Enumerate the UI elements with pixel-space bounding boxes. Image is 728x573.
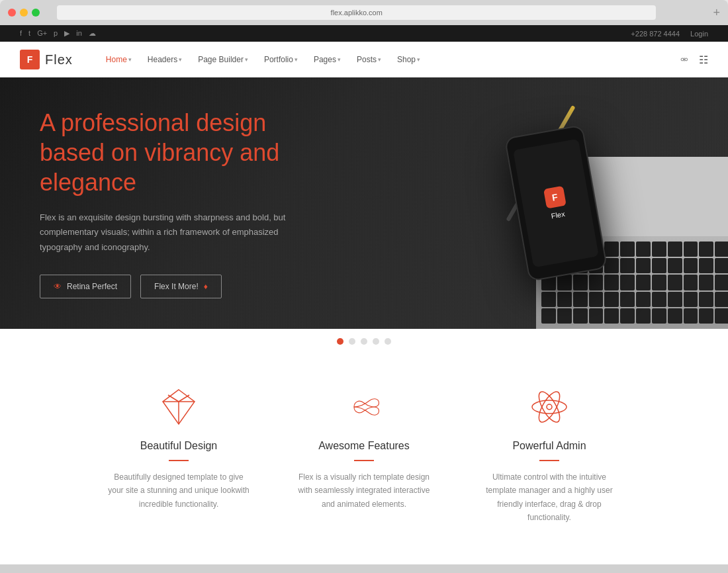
key bbox=[620, 308, 635, 324]
key bbox=[541, 308, 556, 324]
hero-description: Flex is an exquisite design bursting wit… bbox=[40, 210, 304, 254]
nav-pagebuilder-chevron: ▾ bbox=[245, 56, 248, 63]
slider-dot-2[interactable] bbox=[349, 338, 355, 345]
top-bar-social: f t G+ p ▶ in ☁ bbox=[20, 29, 96, 38]
browser-minimize-dot[interactable] bbox=[20, 9, 28, 17]
key bbox=[604, 275, 619, 290]
browser-window: flex.aplikko.com + bbox=[0, 0, 728, 25]
nav-shop-chevron: ▾ bbox=[417, 56, 420, 63]
nav-item-pages[interactable]: Pages ▾ bbox=[307, 51, 347, 68]
key bbox=[652, 258, 666, 273]
social-pinterest-icon[interactable]: p bbox=[54, 29, 58, 38]
key bbox=[541, 292, 556, 307]
phone-logo-letter: F bbox=[551, 192, 559, 203]
nav-headers-chevron: ▾ bbox=[179, 56, 182, 63]
social-twitter-icon[interactable]: t bbox=[28, 29, 30, 38]
social-linkedin-icon[interactable]: in bbox=[76, 29, 82, 38]
nav-portfolio-label: Portfolio bbox=[264, 55, 293, 64]
browser-url: flex.aplikko.com bbox=[331, 9, 383, 17]
hero-buttons: 👁 Retina Perfect Flex It More! ♦ bbox=[40, 275, 304, 298]
social-skype-icon[interactable]: ☁ bbox=[89, 29, 96, 38]
search-icon[interactable]: ⚮ bbox=[680, 54, 688, 65]
nav-item-posts[interactable]: Posts ▾ bbox=[350, 51, 388, 68]
key bbox=[668, 275, 682, 290]
key bbox=[589, 275, 604, 290]
nav-item-portfolio[interactable]: Portfolio ▾ bbox=[257, 51, 304, 68]
key bbox=[668, 242, 682, 257]
infinity-icon bbox=[344, 387, 384, 427]
key bbox=[715, 275, 728, 290]
key bbox=[715, 292, 728, 307]
key bbox=[557, 275, 572, 290]
key bbox=[557, 308, 572, 324]
slider-dot-5[interactable] bbox=[385, 338, 391, 345]
browser-new-tab[interactable]: + bbox=[713, 7, 720, 19]
key bbox=[699, 242, 713, 257]
cart-icon[interactable]: ☷ bbox=[699, 54, 708, 66]
key bbox=[668, 258, 682, 273]
diamond-icon bbox=[159, 387, 199, 427]
key bbox=[604, 292, 619, 307]
feature-3-desc: Ultimate control with the intuitive temp… bbox=[477, 470, 622, 525]
top-bar-right: +228 872 4444 Login bbox=[631, 30, 708, 38]
key bbox=[652, 242, 666, 257]
hero-section: F Flex A professional design based on vi… bbox=[0, 77, 728, 329]
hero-content: A professional design based on vibrancy … bbox=[0, 108, 344, 298]
nav-home-chevron: ▾ bbox=[128, 56, 132, 63]
nav-shop-label: Shop bbox=[397, 55, 416, 64]
nav-item-pagebuilder[interactable]: Page Builder ▾ bbox=[191, 51, 255, 68]
nav-links: Home ▾ Headers ▾ Page Builder ▾ Portfoli… bbox=[99, 51, 680, 68]
logo-text: Flex bbox=[45, 52, 73, 67]
retina-perfect-button[interactable]: 👁 Retina Perfect bbox=[40, 275, 131, 298]
phone-logo-text: Flex bbox=[551, 210, 566, 220]
slider-dot-3[interactable] bbox=[361, 338, 367, 345]
slider-dots bbox=[0, 329, 728, 354]
social-facebook-icon[interactable]: f bbox=[20, 29, 22, 38]
key bbox=[620, 292, 635, 307]
nav-posts-label: Posts bbox=[357, 55, 377, 64]
key bbox=[589, 292, 604, 307]
browser-address-bar[interactable]: flex.aplikko.com bbox=[57, 5, 656, 20]
browser-maximize-dot[interactable] bbox=[32, 9, 40, 17]
feature-1-title: Beautiful Design bbox=[106, 440, 251, 452]
svg-point-1 bbox=[547, 404, 552, 410]
key bbox=[604, 308, 619, 324]
feature-3-title: Powerful Admin bbox=[477, 440, 622, 452]
social-youtube-icon[interactable]: ▶ bbox=[64, 29, 69, 38]
feature-powerful-admin: Powerful Admin Ultimate control with the… bbox=[457, 387, 642, 525]
key bbox=[715, 308, 728, 324]
nav-item-shop[interactable]: Shop ▾ bbox=[390, 51, 427, 68]
key bbox=[573, 275, 588, 290]
key bbox=[604, 242, 619, 257]
nav-home-label: Home bbox=[106, 55, 127, 64]
phone-screen: F Flex bbox=[513, 139, 599, 268]
logo-letter: F bbox=[27, 54, 33, 65]
site-logo[interactable]: F Flex bbox=[20, 50, 73, 69]
feature-2-desc: Flex is a visually rich template design … bbox=[291, 470, 437, 511]
key bbox=[699, 308, 713, 324]
key bbox=[715, 242, 728, 257]
key bbox=[589, 308, 604, 324]
social-google-icon[interactable]: G+ bbox=[37, 29, 47, 38]
feature-beautiful-design: Beautiful Design Beautifully designed te… bbox=[86, 387, 271, 525]
nav-item-headers[interactable]: Headers ▾ bbox=[141, 51, 189, 68]
slider-dot-1[interactable] bbox=[337, 338, 343, 345]
navbar: F Flex Home ▾ Headers ▾ Page Builder ▾ P… bbox=[0, 42, 728, 77]
browser-close-dot[interactable] bbox=[8, 9, 16, 17]
flex-more-button[interactable]: Flex It More! ♦ bbox=[140, 275, 222, 298]
diamond-btn-icon: ♦ bbox=[204, 282, 208, 291]
key bbox=[636, 258, 651, 273]
slider-dot-4[interactable] bbox=[373, 338, 379, 345]
website-content: f t G+ p ▶ in ☁ +228 872 4444 Login F Fl… bbox=[0, 25, 728, 573]
key bbox=[620, 258, 635, 273]
key bbox=[668, 292, 682, 307]
phone-logo-icon: F bbox=[543, 186, 567, 209]
atom-icon bbox=[529, 387, 569, 427]
top-bar-login-link[interactable]: Login bbox=[690, 30, 708, 38]
key bbox=[652, 275, 666, 290]
top-bar: f t G+ p ▶ in ☁ +228 872 4444 Login bbox=[0, 25, 728, 42]
nav-pages-label: Pages bbox=[314, 55, 336, 64]
key bbox=[636, 308, 651, 324]
nav-item-home[interactable]: Home ▾ bbox=[99, 51, 138, 68]
key bbox=[652, 308, 666, 324]
